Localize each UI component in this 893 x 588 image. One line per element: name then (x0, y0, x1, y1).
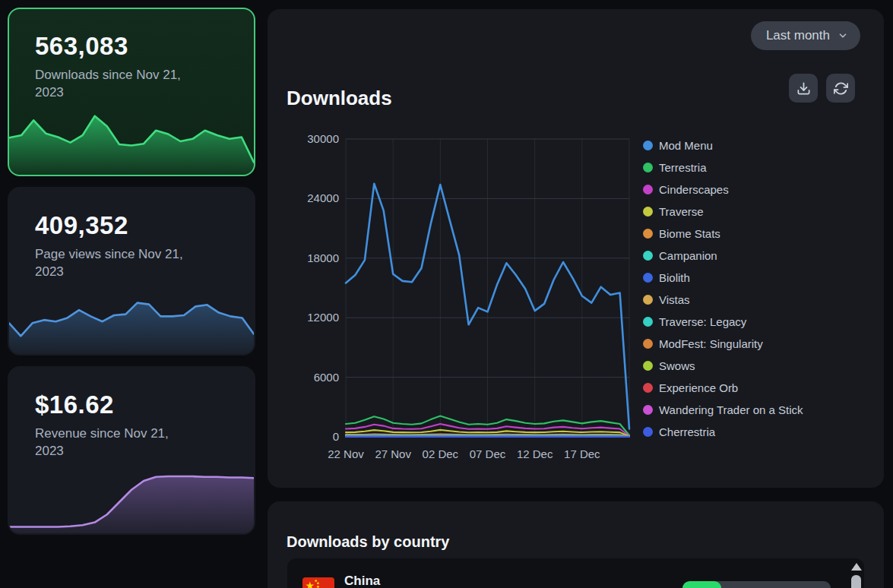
legend-label: Cinderscapes (659, 183, 729, 196)
y-axis-tick-label: 30000 (307, 132, 339, 145)
legend-dot-icon (643, 383, 653, 393)
legend-item-swows: Swows (643, 355, 803, 377)
y-axis-tick-label: 0 (333, 430, 339, 443)
legend-item-traverse-legacy: Traverse: Legacy (643, 311, 803, 333)
legend-dot-icon (643, 185, 653, 194)
x-axis-tick-label: 17 Dec (564, 447, 600, 460)
legend-item-modfest-singularity: ModFest: Singularity (643, 333, 803, 355)
country-list: China (287, 558, 864, 588)
legend-item-terrestria: Terrestria (643, 156, 803, 179)
legend-label: Biome Stats (659, 227, 720, 240)
legend-label: Biolith (659, 271, 690, 284)
analytics-page: 563,083 Downloads since Nov 21, 2023 409… (0, 0, 893, 588)
downloads-total-label: Downloads since Nov 21, 2023 (35, 67, 254, 102)
country-download-bar-fill (682, 581, 721, 588)
legend-dot-icon (643, 361, 653, 371)
legend-item-traverse: Traverse (643, 201, 803, 223)
country-download-bar (682, 581, 831, 588)
stat-card-page-views[interactable]: 409,352 Page views since Nov 21, 2023 (8, 187, 255, 356)
revenue-sparkline (9, 471, 254, 533)
x-axis-tick-label: 22 Nov (328, 447, 364, 460)
revenue-total: $16.62 (35, 390, 254, 419)
legend-dot-icon (643, 295, 653, 305)
download-icon (796, 81, 811, 96)
export-chart-button[interactable] (789, 74, 818, 103)
downloads-total: 563,083 (35, 32, 254, 61)
chart-toolbar (789, 74, 855, 103)
legend-dot-icon (643, 163, 653, 172)
legend-dot-icon (643, 339, 653, 349)
y-axis-tick-label: 24000 (307, 191, 339, 204)
main-content: Last month Downloads (268, 9, 884, 588)
legend-label: Traverse (659, 205, 704, 218)
legend-label: Campanion (659, 249, 717, 262)
refresh-icon (834, 81, 848, 96)
page-views-sparkline (9, 296, 254, 354)
legend-label: Swows (659, 359, 695, 372)
y-axis-tick-label: 12000 (307, 311, 339, 324)
downloads-panel: Last month Downloads (268, 9, 884, 488)
y-axis-tick-label: 6000 (314, 371, 339, 384)
legend-dot-icon (643, 317, 653, 327)
legend-item-mod-menu: Mod Menu (643, 134, 803, 156)
revenue-total-label: Revenue since Nov 21, 2023 (35, 425, 254, 460)
legend-item-cinderscapes: Cinderscapes (643, 179, 803, 201)
legend-item-cherrestria: Cherrestria (643, 421, 803, 443)
time-range-dropdown[interactable]: Last month (751, 21, 860, 50)
downloads-line-chart: 060001200018000240003000022 Nov27 Nov02 … (295, 128, 652, 485)
china-flag-icon (302, 577, 334, 588)
refresh-chart-button[interactable] (826, 74, 855, 103)
legend-dot-icon (643, 427, 653, 437)
x-axis-tick-label: 27 Nov (375, 447, 411, 460)
legend-item-campanion: Campanion (643, 245, 803, 267)
legend-label: ModFest: Singularity (659, 337, 763, 350)
scrollbar-thumb[interactable] (851, 575, 861, 588)
scrollbar-up-arrow-icon[interactable] (851, 563, 862, 571)
country-panel-title: Downloads by country (287, 533, 449, 551)
stat-card-revenue[interactable]: $16.62 Revenue since Nov 21, 2023 (8, 366, 255, 535)
legend-dot-icon (643, 273, 653, 283)
country-row-china: China (287, 567, 864, 588)
legend-dot-icon (643, 207, 653, 217)
legend-dot-icon (643, 405, 653, 415)
time-range-label: Last month (766, 28, 830, 43)
chart-legend: Mod MenuTerrestriaCinderscapesTraverseBi… (643, 134, 803, 443)
legend-label: Terrestria (659, 161, 707, 174)
legend-dot-icon (643, 141, 653, 150)
legend-dot-icon (643, 251, 653, 261)
legend-item-vistas: Vistas (643, 289, 803, 311)
chevron-down-icon (838, 30, 848, 41)
stats-sidebar: 563,083 Downloads since Nov 21, 2023 409… (8, 8, 255, 535)
legend-label: Experience Orb (659, 381, 738, 394)
sparkline-area (9, 476, 254, 533)
downloads-sparkline (9, 108, 254, 175)
legend-label: Cherrestria (659, 425, 715, 438)
x-axis-tick-label: 02 Dec (423, 447, 459, 460)
panel-title: Downloads (287, 87, 392, 110)
legend-label: Vistas (659, 293, 690, 306)
country-panel: Downloads by country C (268, 501, 884, 588)
legend-item-experience-orb: Experience Orb (643, 377, 803, 399)
legend-item-biolith: Biolith (643, 267, 803, 289)
stat-card-downloads[interactable]: 563,083 Downloads since Nov 21, 2023 (8, 8, 255, 176)
country-info: China (344, 567, 380, 588)
y-axis-tick-label: 18000 (307, 251, 339, 264)
legend-label: Traverse: Legacy (659, 315, 746, 328)
country-name: China (344, 574, 380, 588)
x-axis-tick-label: 07 Dec (470, 447, 506, 460)
legend-label: Mod Menu (659, 139, 713, 152)
legend-item-wandering-trader-on-a-stick: Wandering Trader on a Stick (643, 399, 803, 421)
x-axis-tick-label: 12 Dec (517, 447, 553, 460)
legend-dot-icon (643, 229, 653, 239)
legend-item-biome-stats: Biome Stats (643, 223, 803, 245)
country-list-scrollbar (850, 561, 862, 588)
page-views-total-label: Page views since Nov 21, 2023 (35, 246, 254, 281)
legend-label: Wandering Trader on a Stick (659, 403, 803, 416)
page-views-total: 409,352 (35, 211, 254, 240)
